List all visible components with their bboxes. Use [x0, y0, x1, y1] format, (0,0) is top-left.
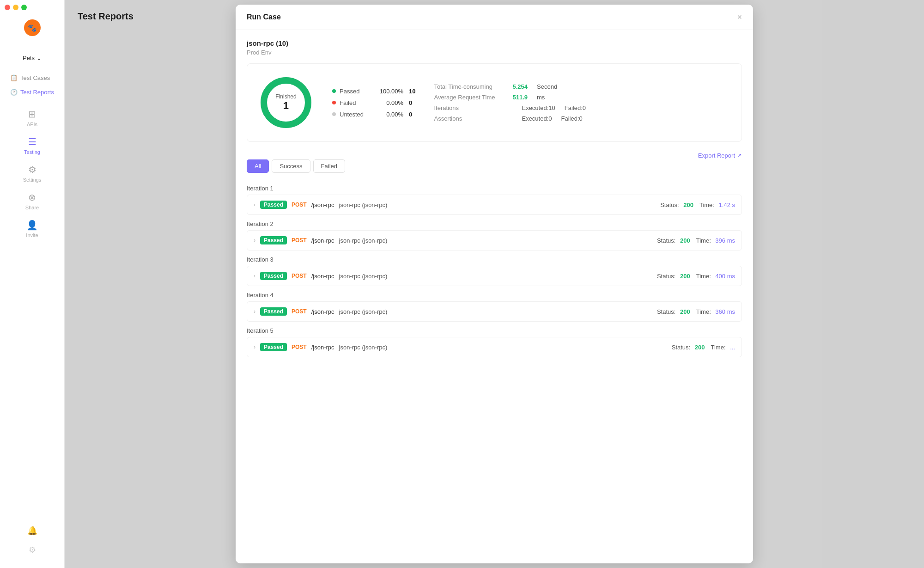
status-label: Status: — [657, 308, 677, 315]
sidebar-item-share[interactable]: ⊗ Share — [0, 187, 64, 215]
request-name: json-rpc (json-rpc) — [339, 273, 652, 280]
export-report-button[interactable]: Export Report ↗ — [698, 152, 742, 159]
chevron-right-icon: › — [254, 344, 255, 350]
time-value: 360 ms — [715, 308, 735, 315]
legend-label-untested: Untested — [340, 111, 372, 118]
stats-val-avg-request: 511.9 — [512, 94, 528, 101]
legend-label-passed: Passed — [340, 88, 372, 95]
sidebar-item-apis[interactable]: ⊞ APIs — [0, 104, 64, 132]
method-label: POST — [292, 202, 307, 208]
method-label: POST — [292, 237, 307, 244]
iteration-label-5: Iteration 5 — [247, 323, 742, 337]
sidebar-item-invite[interactable]: 👤 Invite — [0, 215, 64, 243]
time-label: Time: — [696, 202, 716, 208]
modal-header: Run Case × — [236, 5, 753, 30]
chevron-right-icon: › — [254, 237, 255, 244]
legend-failed: Failed 0.00% 0 — [332, 99, 415, 106]
status-value: 200 — [680, 237, 690, 244]
legend-count-untested: 0 — [409, 111, 412, 118]
legend: Passed 100.00% 10 Failed 0.00% 0 U — [332, 88, 415, 118]
time-value: ... — [730, 344, 735, 351]
filter-tab-failed[interactable]: Failed — [313, 159, 345, 173]
iteration-row[interactable]: › Passed POST /json-rpc json-rpc (json-r… — [247, 337, 742, 357]
notification-icon[interactable]: 🔔 — [24, 523, 40, 538]
iteration-section-4: Iteration 4 › Passed POST /json-rpc json… — [247, 287, 742, 322]
time-label: Time: — [693, 237, 713, 244]
sidebar-bottom: 🔔 ⚙ — [24, 523, 40, 562]
iteration-label-1: Iteration 1 — [247, 180, 742, 195]
invite-icon: 👤 — [26, 220, 38, 231]
stats-key-assertions: Assertions — [434, 115, 512, 122]
iteration-label-2: Iteration 2 — [247, 216, 742, 230]
stats-val-assertions-failed: Failed:0 — [561, 115, 583, 122]
status-time: Status: 200 Time: 360 ms — [657, 308, 735, 315]
iteration-row[interactable]: › Passed POST /json-rpc json-rpc (json-r… — [247, 301, 742, 322]
traffic-light-red[interactable] — [5, 5, 10, 10]
legend-dot-failed — [332, 101, 336, 104]
endpoint-label: /json-rpc — [311, 273, 334, 280]
apis-icon: ⊞ — [28, 109, 36, 120]
modal-overlay: Run Case × json-rpc (10) Prod Env — [65, 0, 924, 568]
stats-key-total-time: Total Time-consuming — [434, 83, 512, 90]
iteration-label-4: Iteration 4 — [247, 287, 742, 301]
status-value: 200 — [680, 308, 690, 315]
time-label: Time: — [693, 273, 713, 280]
bottom-settings-icon[interactable]: ⚙ — [26, 542, 39, 558]
iteration-row[interactable]: › Passed POST /json-rpc json-rpc (json-r… — [247, 266, 742, 286]
status-label: Status: — [657, 273, 677, 280]
traffic-light-yellow[interactable] — [13, 5, 18, 10]
iteration-section-5: Iteration 5 › Passed POST /json-rpc json… — [247, 323, 742, 357]
donut-chart: Finished 1 — [258, 75, 314, 130]
close-button[interactable]: × — [737, 13, 742, 21]
legend-count-passed: 10 — [409, 88, 415, 95]
sidebar-item-testing[interactable]: ☰ Testing — [0, 132, 64, 159]
time-label: Time: — [708, 344, 728, 351]
stats-row-iterations: Iterations Executed:10 Failed:0 — [434, 104, 730, 111]
traffic-lights — [5, 5, 27, 10]
stats-row-avg-request: Average Request Time 511.9 ms — [434, 94, 730, 101]
modal: Run Case × json-rpc (10) Prod Env — [236, 5, 753, 563]
request-name: json-rpc (json-rpc) — [339, 202, 656, 208]
status-badge: Passed — [260, 307, 287, 316]
endpoint-label: /json-rpc — [311, 237, 334, 244]
filter-tab-success[interactable]: Success — [272, 159, 310, 173]
status-value: 200 — [683, 202, 693, 208]
status-badge: Passed — [260, 236, 287, 244]
sidebar-item-test-cases[interactable]: 📋 Test Cases — [6, 71, 59, 85]
filter-tabs: All Success Failed — [247, 159, 742, 173]
stats-right: Total Time-consuming 5.254 Second Averag… — [434, 83, 730, 122]
modal-title: Run Case — [247, 13, 281, 21]
app-name: Pets ⌄ — [23, 55, 42, 61]
stats-unit-total-time: Second — [537, 83, 557, 90]
legend-count-failed: 0 — [409, 99, 412, 106]
iterations-list: Iteration 1 › Passed POST /json-rpc json… — [247, 180, 742, 357]
iteration-row[interactable]: › Passed POST /json-rpc json-rpc (json-r… — [247, 195, 742, 215]
status-label: Status: — [660, 202, 681, 208]
traffic-light-green[interactable] — [21, 5, 27, 10]
stats-key-iterations: Iterations — [434, 104, 512, 111]
time-value: 400 ms — [715, 273, 735, 280]
method-label: POST — [292, 344, 307, 350]
sidebar-item-test-reports[interactable]: 🕐 Test Reports — [6, 85, 59, 99]
status-time: Status: 200 Time: 396 ms — [657, 237, 735, 244]
test-env: Prod Env — [247, 49, 742, 56]
main-area: Test Reports Run Case × json-rpc (10) Pr… — [65, 0, 924, 568]
legend-label-failed: Failed — [340, 99, 372, 106]
legend-dot-untested — [332, 112, 336, 116]
endpoint-label: /json-rpc — [311, 202, 334, 208]
legend-passed: Passed 100.00% 10 — [332, 88, 415, 95]
status-time: Status: 200 Time: 400 ms — [657, 273, 735, 280]
filter-tab-all[interactable]: All — [247, 159, 269, 173]
legend-pct-untested: 0.00% — [376, 111, 403, 118]
export-row: Export Report ↗ — [247, 151, 742, 159]
test-cases-icon: 📋 — [10, 74, 18, 81]
iteration-row[interactable]: › Passed POST /json-rpc json-rpc (json-r… — [247, 230, 742, 250]
test-info: json-rpc (10) Prod Env — [247, 39, 742, 56]
sidebar-item-settings[interactable]: ⚙ Settings — [0, 159, 64, 187]
test-reports-icon: 🕐 — [10, 89, 18, 96]
sidebar: 🐾 Pets ⌄ 📋 Test Cases 🕐 Test Reports ⊞ A… — [0, 0, 65, 568]
status-label: Status: — [672, 344, 692, 351]
time-value: 1.42 s — [719, 202, 735, 208]
request-name: json-rpc (json-rpc) — [339, 308, 652, 315]
method-label: POST — [292, 308, 307, 315]
